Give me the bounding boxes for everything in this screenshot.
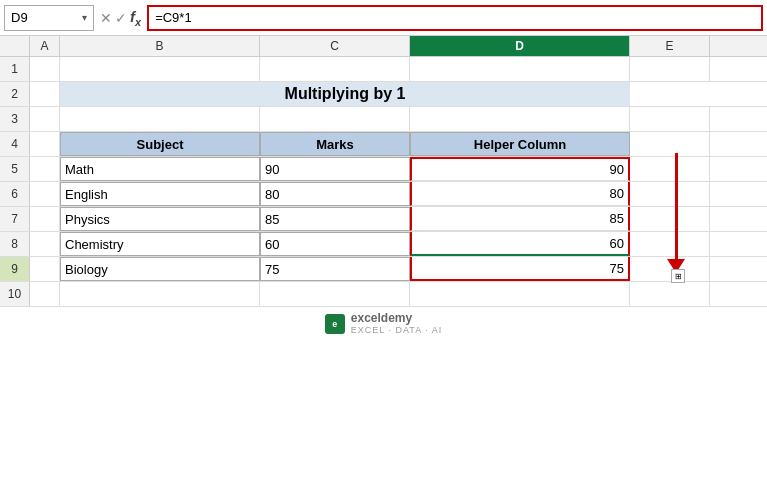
cell-c1[interactable] — [260, 57, 410, 81]
cell-a9[interactable] — [30, 257, 60, 281]
cell-e8[interactable] — [630, 232, 710, 256]
watermark-text-block: exceldemy EXCEL · DATA · AI — [351, 311, 442, 336]
cell-c7-marks[interactable]: 85 — [260, 207, 410, 231]
cell-b3[interactable] — [60, 107, 260, 131]
row-num-7: 7 — [0, 207, 30, 231]
cell-b5-subject[interactable]: Math — [60, 157, 260, 181]
cell-e6[interactable] — [630, 182, 710, 206]
col-header-a[interactable]: A — [30, 36, 60, 56]
row-num-10: 10 — [0, 282, 30, 306]
cell-helper-header[interactable]: Helper Column — [410, 132, 630, 156]
formula-input[interactable]: =C9*1 — [147, 5, 763, 31]
row-3: 3 — [0, 107, 767, 132]
cell-a1[interactable] — [30, 57, 60, 81]
cell-e9[interactable] — [630, 257, 710, 281]
cell-ref-dropdown-icon[interactable]: ▾ — [82, 12, 87, 23]
cell-d6-helper[interactable]: 80 — [410, 182, 630, 206]
cell-b10[interactable] — [60, 282, 260, 306]
cell-b1[interactable] — [60, 57, 260, 81]
cell-a2[interactable] — [30, 82, 60, 106]
row-9: 9 Biology 75 75 ⊞ — [0, 257, 767, 282]
col-header-e[interactable]: E — [630, 36, 710, 56]
cell-e4[interactable] — [630, 132, 710, 156]
cell-subject-header[interactable]: Subject — [60, 132, 260, 156]
cancel-icon[interactable]: ✕ — [100, 10, 112, 26]
cell-d3[interactable] — [410, 107, 630, 131]
row-5: 5 Math 90 90 — [0, 157, 767, 182]
row-num-5: 5 — [0, 157, 30, 181]
sheet-rows: 1 2 Multiplying by 1 3 4 — [0, 57, 767, 307]
watermark-logo: e — [325, 314, 345, 334]
cell-c8-marks[interactable]: 60 — [260, 232, 410, 256]
row-num-header — [0, 36, 30, 56]
row-num-4: 4 — [0, 132, 30, 156]
cell-reference-text: D9 — [11, 10, 78, 25]
cell-e5[interactable] — [630, 157, 710, 181]
cell-marks-header[interactable]: Marks — [260, 132, 410, 156]
cell-c9-marks[interactable]: 75 — [260, 257, 410, 281]
col-header-b[interactable]: B — [60, 36, 260, 56]
cell-c3[interactable] — [260, 107, 410, 131]
column-headers: A B C D E — [0, 36, 767, 57]
fx-icon[interactable]: fx — [130, 8, 141, 28]
cell-d1[interactable] — [410, 57, 630, 81]
cell-d5-helper[interactable]: 90 — [410, 157, 630, 181]
cell-d8-helper[interactable]: 60 — [410, 232, 630, 256]
confirm-icon[interactable]: ✓ — [115, 10, 127, 26]
cell-c10[interactable] — [260, 282, 410, 306]
cell-b8-subject[interactable]: Chemistry — [60, 232, 260, 256]
col-header-d[interactable]: D — [410, 36, 630, 56]
title-text: Multiplying by 1 — [285, 85, 406, 103]
watermark: e exceldemy EXCEL · DATA · AI — [0, 307, 767, 340]
row-1: 1 — [0, 57, 767, 82]
cell-d9-helper[interactable]: 75 — [410, 257, 630, 281]
cell-e10[interactable] — [630, 282, 710, 306]
cell-c6-marks[interactable]: 80 — [260, 182, 410, 206]
row-6: 6 English 80 80 — [0, 182, 767, 207]
row-8: 8 Chemistry 60 60 — [0, 232, 767, 257]
row-num-3: 3 — [0, 107, 30, 131]
cell-a5[interactable] — [30, 157, 60, 181]
spreadsheet-area: A B C D E 1 2 Multiplying by 1 3 — [0, 36, 767, 307]
cell-e3[interactable] — [630, 107, 710, 131]
cell-a10[interactable] — [30, 282, 60, 306]
auto-fill-icon[interactable]: ⊞ — [671, 269, 685, 283]
cell-a4[interactable] — [30, 132, 60, 156]
cell-d10[interactable] — [410, 282, 630, 306]
formula-bar-icons: ✕ ✓ fx — [96, 8, 145, 28]
row-7: 7 Physics 85 85 — [0, 207, 767, 232]
cell-a7[interactable] — [30, 207, 60, 231]
col-header-c[interactable]: C — [260, 36, 410, 56]
row-num-1: 1 — [0, 57, 30, 81]
row-num-2: 2 — [0, 82, 30, 106]
marks-header-text: Marks — [316, 137, 354, 152]
cell-e7[interactable] — [630, 207, 710, 231]
cell-e1[interactable] — [630, 57, 710, 81]
watermark-brand: exceldemy — [351, 311, 442, 325]
cell-b6-subject[interactable]: English — [60, 182, 260, 206]
cell-b7-subject[interactable]: Physics — [60, 207, 260, 231]
cell-c5-marks[interactable]: 90 — [260, 157, 410, 181]
row-2: 2 Multiplying by 1 — [0, 82, 767, 107]
watermark-subtext: EXCEL · DATA · AI — [351, 325, 442, 336]
cell-d7-helper[interactable]: 85 — [410, 207, 630, 231]
row-num-9: 9 — [0, 257, 30, 281]
cell-a3[interactable] — [30, 107, 60, 131]
helper-header-text: Helper Column — [474, 137, 566, 152]
subject-header-text: Subject — [137, 137, 184, 152]
row-4-headers: 4 Subject Marks Helper Column — [0, 132, 767, 157]
cell-a6[interactable] — [30, 182, 60, 206]
row-10: 10 — [0, 282, 767, 307]
cell-b9-subject[interactable]: Biology — [60, 257, 260, 281]
cell-a8[interactable] — [30, 232, 60, 256]
cell-b2-title[interactable]: Multiplying by 1 — [60, 82, 630, 106]
row-num-6: 6 — [0, 182, 30, 206]
formula-bar: D9 ▾ ✕ ✓ fx =C9*1 — [0, 0, 767, 36]
cell-reference-box[interactable]: D9 ▾ — [4, 5, 94, 31]
formula-text: =C9*1 — [155, 10, 192, 25]
row-num-8: 8 — [0, 232, 30, 256]
